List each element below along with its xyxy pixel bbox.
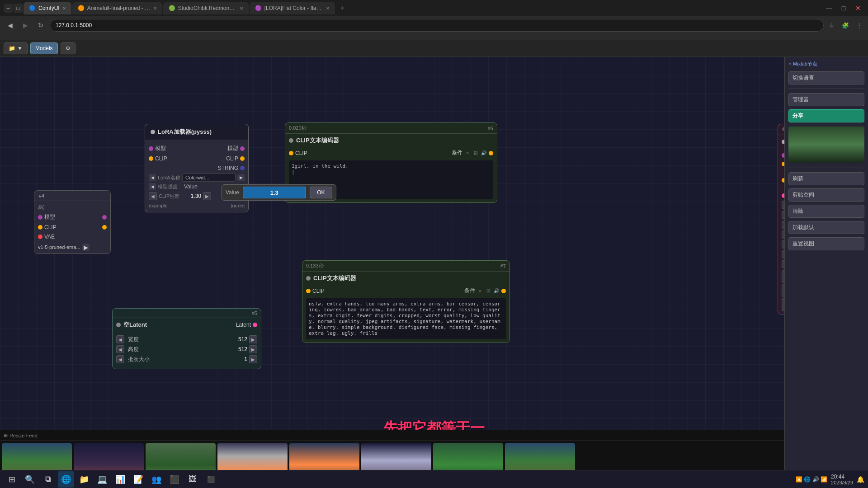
maximize-btn[interactable]: □ xyxy=(14,4,23,13)
latent-height-left[interactable]: ◀ xyxy=(116,345,124,353)
address-bar[interactable]: 127.0.0.1:5000 xyxy=(50,19,824,32)
tab-favicon-1: 🟠 xyxy=(78,5,85,11)
clip-7-dot xyxy=(306,276,311,281)
lora-model-in xyxy=(149,146,153,151)
tab-ghibli[interactable]: 🟢 StudioGhibli.Redmond 1.5V ✕ xyxy=(163,2,249,14)
extension-btn[interactable]: 🧩 xyxy=(840,20,851,31)
photos-btn[interactable]: 🖼 xyxy=(184,471,201,488)
latent-width-right[interactable]: ▶ xyxy=(249,335,257,343)
explorer-btn[interactable]: 📁 xyxy=(76,471,92,488)
refresh-btn[interactable]: ↻ xyxy=(34,19,47,32)
node-4-model-label: 模型 xyxy=(42,213,102,221)
latent-height-value: 512 xyxy=(238,346,247,352)
lora-clip-strength-right[interactable]: ▶ xyxy=(203,192,211,200)
vscode-btn[interactable]: 💻 xyxy=(94,471,110,488)
lora-clip-strength-left[interactable]: ◀ xyxy=(149,192,157,200)
clip-6-check-icon[interactable]: ○ xyxy=(464,150,471,156)
canvas-area[interactable]: #4 易) 模型 CLIP VAE v1-5-pruned-ema... ▶ xyxy=(0,57,868,488)
models-btn[interactable]: Models xyxy=(30,42,58,54)
clip-7-sound-icon[interactable]: 🔊 xyxy=(493,288,500,294)
load-default-btn[interactable]: 加载默认 xyxy=(788,221,864,234)
lora-name-arrow[interactable]: ◀ xyxy=(149,174,156,181)
tab-close-2[interactable]: ✕ xyxy=(240,6,243,11)
lora-model-row: 模型 模型 xyxy=(149,144,245,153)
settings-btn[interactable]: ⚙ xyxy=(61,42,75,54)
node-4-clip-row: CLIP xyxy=(38,223,107,231)
node-4-bottom: v1-5-pruned-ema... ▶ xyxy=(38,244,107,251)
search-btn[interactable]: 🔍 xyxy=(22,471,38,488)
more-btn[interactable]: ⋮ xyxy=(854,20,864,31)
teams-btn[interactable]: 👥 xyxy=(148,471,165,488)
switch-lang-btn[interactable]: 切换语言 xyxy=(788,71,864,84)
tab-animefull[interactable]: 🟠 Animefull-final-pruned - sal... ✕ xyxy=(72,2,162,14)
taskview-btn[interactable]: ⧉ xyxy=(40,471,56,488)
tab-comfyui[interactable]: 🔵 ComfyUI ✕ xyxy=(24,2,71,14)
latent-height-row: ◀ 高度 512 ▶ xyxy=(116,345,257,353)
lora-model-out xyxy=(240,146,245,151)
new-tab-btn[interactable]: + xyxy=(336,2,349,14)
latent-width-left[interactable]: ◀ xyxy=(116,335,124,343)
sidebar-mixlab-row: ○ Mixlab节点 xyxy=(788,61,864,67)
forward-btn[interactable]: ▶ xyxy=(19,19,32,32)
lora-name-play[interactable]: ▶ xyxy=(237,174,245,181)
lora-clip-row: CLIP CLIP xyxy=(149,155,245,163)
tab-lora-flat[interactable]: 🟣 [LORA]Flat Color - flat color... ✕ xyxy=(250,2,335,14)
folder-btn[interactable]: 📁 ▼ xyxy=(4,42,28,54)
window-close[interactable]: ✕ xyxy=(852,2,864,14)
mixlab-label: Mixlab节点 xyxy=(793,61,817,67)
clip-7-title: CLIP文本编码器 xyxy=(313,274,356,282)
clip-6-sound-icon[interactable]: 🔊 xyxy=(481,150,487,156)
value-dialog-ok-btn[interactable]: OK xyxy=(310,187,332,198)
refresh-btn[interactable]: 刷新 xyxy=(788,172,864,185)
manager-btn[interactable]: 管理器 xyxy=(788,93,864,106)
minimize-btn[interactable]: – xyxy=(4,4,13,13)
clip-7-header-row: CLIP文本编码器 xyxy=(302,272,509,285)
latent-batch-right[interactable]: ▶ xyxy=(249,355,257,363)
share-btn[interactable]: 分享 xyxy=(788,109,864,122)
clip-7-text-area[interactable]: nsfw, extra hands, too many arms, extra … xyxy=(302,296,509,343)
taskbar-icons: 🔼 🌐 🔊 📶 xyxy=(796,476,827,483)
tab-favicon-2: 🟢 xyxy=(169,5,175,11)
reset-view-btn[interactable]: 重置视图 xyxy=(788,237,864,250)
node-4-play-btn[interactable]: ▶ xyxy=(82,244,90,251)
back-btn[interactable]: ◀ xyxy=(4,19,16,32)
tab-close-3[interactable]: ✕ xyxy=(326,6,330,11)
red-btn[interactable]: ⬛ xyxy=(203,471,219,488)
clip-6-cond-label: 条件 xyxy=(452,149,462,157)
lora-name-value[interactable]: Colorwat... xyxy=(182,174,236,182)
clip-7-ports: CLIP 条件 ○ ☑ 🔊 xyxy=(302,285,509,296)
clip-6-clip-label: CLIP xyxy=(295,150,307,156)
latent-width-label: 宽度 xyxy=(126,336,236,343)
lora-clip-out xyxy=(240,156,245,161)
tab-label-1: Animefull-final-pruned - sal... xyxy=(87,5,151,11)
excel-btn[interactable]: 📊 xyxy=(112,471,128,488)
latent-batch-left[interactable]: ◀ xyxy=(116,355,124,363)
notification-icon[interactable]: 🔔 xyxy=(857,476,864,483)
clear-btn[interactable]: 清除 xyxy=(788,205,864,218)
window-minimize[interactable]: — xyxy=(823,2,835,14)
clip-space-btn[interactable]: 剪贴空间 xyxy=(788,188,864,202)
value-dialog-input[interactable]: 1.3 xyxy=(243,187,306,198)
start-btn[interactable]: ⊞ xyxy=(4,471,20,488)
word-btn[interactable]: 📝 xyxy=(130,471,146,488)
clip-6-cb-icon[interactable]: ☑ xyxy=(472,150,479,156)
resize-feed-icon: ⊞ xyxy=(4,432,8,438)
clear-label: 清除 xyxy=(793,207,803,215)
bookmark-btn[interactable]: ☆ xyxy=(826,20,837,31)
tab-close-1[interactable]: ✕ xyxy=(153,6,157,11)
mixlab-dot-icon: ○ xyxy=(788,61,791,66)
lora-model-out-label: 模型 xyxy=(197,145,240,152)
clip-6-title-row: CLIP文本编码器 xyxy=(289,136,493,145)
tab-label-2: StudioGhibli.Redmond 1.5V xyxy=(178,5,237,11)
edge-btn[interactable]: 🌐 xyxy=(58,471,74,488)
window-maximize[interactable]: □ xyxy=(837,2,850,14)
clip-7-cb-icon[interactable]: ☑ xyxy=(485,288,491,294)
latent-height-right[interactable]: ▶ xyxy=(249,345,257,353)
clip-7-text[interactable]: nsfw, extra hands, too many arms, extra … xyxy=(306,298,506,339)
lora-model-strength-arrow[interactable]: ◀ xyxy=(149,183,156,190)
tab-close-0[interactable]: ✕ xyxy=(62,6,66,11)
clip-7-icons: ○ ☑ 🔊 xyxy=(477,288,500,294)
terminal-btn[interactable]: ⬛ xyxy=(166,471,183,488)
lora-example-label: example xyxy=(149,203,168,208)
clip-7-check-icon[interactable]: ○ xyxy=(477,288,483,294)
